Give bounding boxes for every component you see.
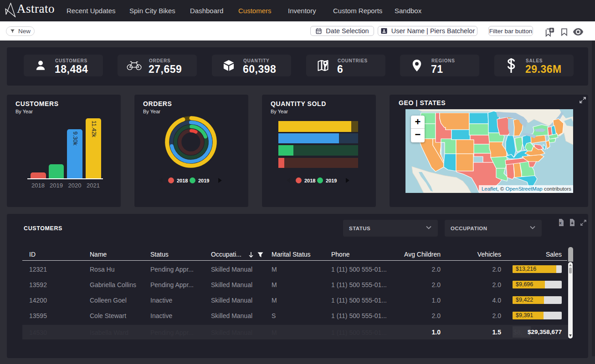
svg-text:x: x	[559, 221, 561, 225]
